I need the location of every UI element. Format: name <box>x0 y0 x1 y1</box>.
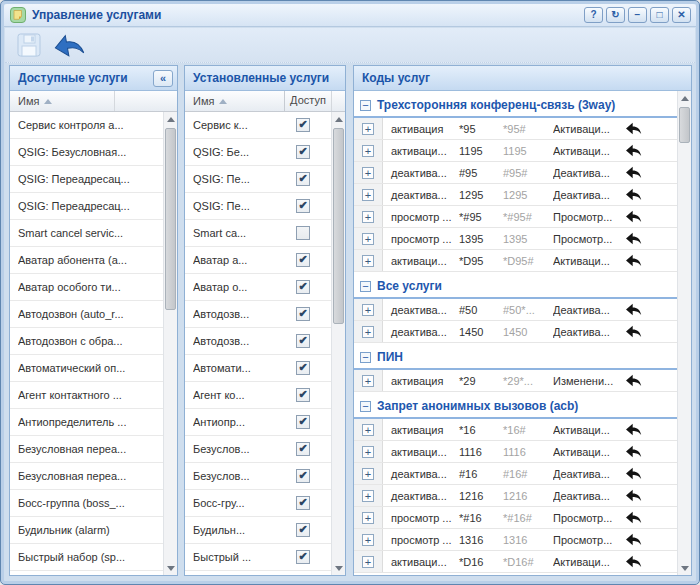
access-checkbox[interactable]: ✔ <box>296 145 310 159</box>
access-checkbox[interactable]: ✔ <box>296 307 310 321</box>
list-item-installed-service[interactable]: Автодозв...✔ <box>185 301 331 328</box>
access-checkbox[interactable]: ✔ <box>296 253 310 267</box>
list-item-installed-service[interactable]: Аватар а...✔ <box>185 247 331 274</box>
list-item-available-service[interactable]: Антиопределитель ... <box>10 409 163 436</box>
list-item-available-service[interactable]: Автодозвон с обра... <box>10 328 163 355</box>
close-button[interactable]: ✕ <box>672 7 691 23</box>
service-group-header[interactable]: −ПИН <box>354 346 677 370</box>
service-code-row[interactable]: +активация*95*95#Активаци... <box>354 118 677 140</box>
service-code-row[interactable]: +просмотр ...13951395Просмотр... <box>354 228 677 250</box>
access-checkbox[interactable]: ✔ <box>296 415 310 429</box>
scroll-up-icon[interactable] <box>164 112 177 126</box>
reset-code-button[interactable] <box>625 325 655 338</box>
access-checkbox[interactable]: ✔ <box>296 496 310 510</box>
reset-code-button[interactable] <box>625 188 655 201</box>
maximize-button[interactable]: □ <box>650 7 669 23</box>
access-checkbox[interactable]: ✔ <box>296 523 310 537</box>
service-code-row[interactable]: +деактива...#95#95#Деактива... <box>354 162 677 184</box>
service-code-row[interactable]: +деактива...12161216Деактива... <box>354 485 677 507</box>
reset-code-button[interactable] <box>625 533 655 546</box>
service-code-row[interactable]: +активаци...*D16*D16#Активаци... <box>354 551 677 573</box>
reset-code-button[interactable] <box>625 166 655 179</box>
service-code-row[interactable]: +деактива...12951295Деактива... <box>354 184 677 206</box>
reset-code-button[interactable] <box>625 122 655 135</box>
codes-vertical-scrollbar[interactable] <box>677 91 691 575</box>
available-vertical-scrollbar[interactable] <box>163 112 177 575</box>
scroll-down-icon[interactable] <box>164 561 177 575</box>
column-name[interactable]: Имя <box>10 95 114 107</box>
access-checkbox[interactable]: ✔ <box>296 118 310 132</box>
list-item-installed-service[interactable]: Автодозв...✔ <box>185 328 331 355</box>
access-checkbox[interactable]: ✔ <box>296 280 310 294</box>
save-button[interactable] <box>14 31 44 60</box>
reset-code-button[interactable] <box>625 254 655 267</box>
list-item-installed-service[interactable]: Безуслов...✔ <box>185 436 331 463</box>
list-item-installed-service[interactable]: Босс-гру...✔ <box>185 490 331 517</box>
list-item-installed-service[interactable]: Быстрый ...✔ <box>185 544 331 571</box>
list-item-available-service[interactable]: Сервис контроля а... <box>10 112 163 139</box>
list-item-available-service[interactable]: QSIG: Безусловная... <box>10 139 163 166</box>
undo-button[interactable] <box>53 31 83 60</box>
service-code-row[interactable]: +активаци...11951195Активаци... <box>354 140 677 162</box>
scrollbar-thumb[interactable] <box>333 128 344 324</box>
list-item-available-service[interactable]: QSIG: Переадресац... <box>10 193 163 220</box>
expand-row-icon[interactable]: + <box>362 446 374 458</box>
scroll-up-icon[interactable] <box>678 91 691 105</box>
list-item-available-service[interactable]: Безусловная переа... <box>10 463 163 490</box>
service-code-row[interactable]: +деактива...14501450Деактива... <box>354 321 677 343</box>
access-checkbox[interactable]: ✔ <box>296 469 310 483</box>
scroll-down-icon[interactable] <box>678 561 691 575</box>
expand-row-icon[interactable]: + <box>362 189 374 201</box>
minimize-button[interactable]: − <box>628 7 647 23</box>
scrollbar-thumb[interactable] <box>679 107 690 143</box>
service-code-row[interactable]: +просмотр ...*#16*#16#Просмотр... <box>354 507 677 529</box>
expand-row-icon[interactable]: + <box>362 255 374 267</box>
collapse-group-icon[interactable]: − <box>360 352 371 363</box>
service-code-row[interactable]: +деактива...#50#50*...Деактива... <box>354 299 677 321</box>
service-code-row[interactable]: +просмотр ...*#95*#95#Просмотр... <box>354 206 677 228</box>
expand-row-icon[interactable]: + <box>362 233 374 245</box>
reset-code-button[interactable] <box>625 445 655 458</box>
list-item-installed-service[interactable]: QSIG: Пе...✔ <box>185 166 331 193</box>
list-item-available-service[interactable]: Аватар абонента (а... <box>10 247 163 274</box>
service-code-row[interactable]: +активаци...11161116Активаци... <box>354 441 677 463</box>
reset-code-button[interactable] <box>625 374 655 387</box>
reset-code-button[interactable] <box>625 423 655 436</box>
expand-row-icon[interactable]: + <box>362 145 374 157</box>
expand-row-icon[interactable]: + <box>362 490 374 502</box>
service-code-row[interactable]: +активаци...*D95*D95#Активаци... <box>354 250 677 272</box>
column-access[interactable]: Доступ <box>284 91 331 111</box>
access-checkbox[interactable]: ✔ <box>296 334 310 348</box>
expand-row-icon[interactable]: + <box>362 211 374 223</box>
list-item-installed-service[interactable]: Автомати...✔ <box>185 355 331 382</box>
expand-row-icon[interactable]: + <box>362 304 374 316</box>
list-item-installed-service[interactable]: Безуслов...✔ <box>185 463 331 490</box>
reset-code-button[interactable] <box>625 489 655 502</box>
list-item-available-service[interactable]: Smart cancel servic... <box>10 220 163 247</box>
service-group-header[interactable]: −Трехсторонняя конференц-связь (3way) <box>354 94 677 118</box>
list-item-installed-service[interactable]: Агент ко...✔ <box>185 382 331 409</box>
scrollbar-thumb[interactable] <box>165 128 176 310</box>
collapse-group-icon[interactable]: − <box>360 281 371 292</box>
list-item-installed-service[interactable]: Сервис к...✔ <box>185 112 331 139</box>
reset-code-button[interactable] <box>625 511 655 524</box>
reset-code-button[interactable] <box>625 555 655 568</box>
collapse-group-icon[interactable]: − <box>360 100 371 111</box>
access-checkbox[interactable]: ✔ <box>296 172 310 186</box>
service-code-row[interactable]: +просмотр ...13161316Просмотр... <box>354 529 677 551</box>
list-item-installed-service[interactable]: Smart ca... <box>185 220 331 247</box>
access-checkbox[interactable]: ✔ <box>296 361 310 375</box>
reset-code-button[interactable] <box>625 232 655 245</box>
expand-row-icon[interactable]: + <box>362 167 374 179</box>
list-item-installed-service[interactable]: Аватар о...✔ <box>185 274 331 301</box>
column-name[interactable]: Имя <box>185 95 284 107</box>
expand-row-icon[interactable]: + <box>362 512 374 524</box>
collapse-group-icon[interactable]: − <box>360 401 371 412</box>
access-checkbox[interactable]: ✔ <box>296 442 310 456</box>
refresh-button[interactable]: ↻ <box>606 7 625 23</box>
expand-row-icon[interactable]: + <box>362 556 374 568</box>
list-item-available-service[interactable]: Автоматический оп... <box>10 355 163 382</box>
expand-row-icon[interactable]: + <box>362 375 374 387</box>
list-item-installed-service[interactable]: QSIG: Пе...✔ <box>185 193 331 220</box>
expand-row-icon[interactable]: + <box>362 326 374 338</box>
